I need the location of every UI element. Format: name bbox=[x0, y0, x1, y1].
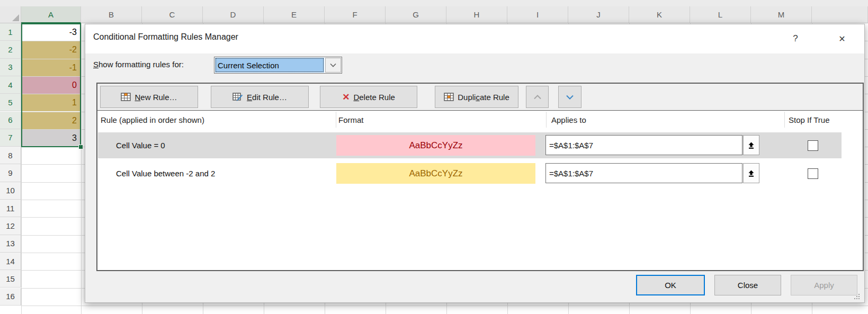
column-header-applies: Applies to bbox=[551, 111, 586, 129]
cell-A5[interactable]: 1 bbox=[22, 94, 80, 111]
column-header-stop: Stop If True bbox=[789, 111, 830, 129]
cell-A1[interactable]: -3 bbox=[22, 24, 80, 41]
column-header-I[interactable]: I bbox=[507, 6, 568, 23]
rule-name: Cell Value between -2 and 2 bbox=[116, 160, 215, 186]
ok-button[interactable]: OK bbox=[636, 275, 705, 295]
column-header-B[interactable]: B bbox=[81, 6, 142, 23]
header-divider bbox=[546, 112, 547, 128]
rule-name: Cell Value = 0 bbox=[116, 132, 165, 158]
column-header-H[interactable]: H bbox=[446, 6, 507, 23]
applies-to-input[interactable] bbox=[545, 163, 742, 183]
cell-A6[interactable]: 2 bbox=[22, 112, 80, 129]
dialog-title: Conditional Formatting Rules Manager bbox=[93, 32, 238, 42]
column-header-format: Format bbox=[338, 111, 364, 129]
column-header-J[interactable]: J bbox=[568, 6, 629, 23]
chevron-down-icon bbox=[566, 95, 574, 100]
column-header-C[interactable]: C bbox=[142, 6, 203, 23]
help-icon[interactable]: ? bbox=[786, 31, 804, 47]
row-header-5[interactable]: 5 bbox=[0, 94, 21, 111]
column-header-blank[interactable] bbox=[812, 6, 868, 23]
row-header-3[interactable]: 3 bbox=[0, 59, 21, 76]
row-header-15[interactable]: 15 bbox=[0, 270, 21, 288]
delete-x-icon: ✕ bbox=[342, 92, 350, 103]
table-icon bbox=[121, 93, 131, 101]
row-header-9[interactable]: 9 bbox=[0, 164, 21, 182]
applies-to-input[interactable] bbox=[545, 135, 742, 155]
chevron-up-icon bbox=[534, 95, 541, 100]
column-header-A[interactable]: A bbox=[21, 6, 81, 23]
row-header-11[interactable]: 11 bbox=[0, 200, 21, 217]
stop-if-true-checkbox[interactable] bbox=[808, 168, 818, 179]
column-header-D[interactable]: D bbox=[203, 6, 264, 23]
column-header-G[interactable]: G bbox=[386, 6, 446, 23]
row-header-6[interactable]: 6 bbox=[0, 112, 21, 129]
row-header-4[interactable]: 4 bbox=[0, 76, 21, 94]
delete-rule-button[interactable]: ✕ Delete Rule bbox=[320, 86, 417, 108]
row-header-16[interactable]: 16 bbox=[0, 288, 21, 306]
chevron-down-icon[interactable] bbox=[325, 58, 341, 73]
show-rules-dropdown[interactable]: Current Selection bbox=[214, 57, 342, 74]
format-preview: AaBbCcYyZz bbox=[336, 135, 535, 156]
row-header-8[interactable]: 8 bbox=[0, 147, 21, 164]
fill-handle[interactable] bbox=[78, 145, 83, 149]
show-rules-label: Show formatting rules for: bbox=[93, 60, 184, 69]
collapse-dialog-icon[interactable] bbox=[743, 135, 759, 155]
column-header-E[interactable]: E bbox=[264, 6, 325, 23]
row-header-14[interactable]: 14 bbox=[0, 253, 21, 270]
duplicate-rule-button[interactable]: Duplicate Rule bbox=[435, 86, 518, 108]
row-header-7[interactable]: 7 bbox=[0, 129, 21, 147]
rule-row-cell-value-0[interactable]: Cell Value = 0 AaBbCcYyZz bbox=[98, 132, 842, 158]
show-rules-dropdown-value: Current Selection bbox=[215, 58, 324, 73]
cell-A3[interactable]: -1 bbox=[22, 59, 80, 76]
edit-pencil-icon bbox=[232, 93, 243, 102]
column-header-K[interactable]: K bbox=[629, 6, 690, 23]
header-divider bbox=[336, 112, 336, 128]
conditional-formatting-rules-manager-dialog: Conditional Formatting Rules Manager ? ✕… bbox=[85, 24, 865, 303]
cell-A2[interactable]: -2 bbox=[22, 41, 80, 58]
cell-A7[interactable]: 3 bbox=[22, 130, 80, 147]
close-icon[interactable]: ✕ bbox=[833, 31, 851, 47]
new-rule-label: New Rule… bbox=[135, 93, 177, 102]
rules-frame: New Rule… Edit Rule… ✕ Delete Rule Dupli… bbox=[96, 83, 864, 271]
column-header-M[interactable]: M bbox=[751, 6, 812, 23]
row-header-10[interactable]: 10 bbox=[0, 182, 21, 200]
collapse-dialog-icon[interactable] bbox=[743, 163, 759, 183]
dialog-titlebar: Conditional Formatting Rules Manager ? ✕ bbox=[85, 24, 864, 53]
column-header-F[interactable]: F bbox=[325, 6, 386, 23]
apply-button[interactable]: Apply bbox=[791, 275, 857, 295]
cell-A4[interactable]: 0 bbox=[22, 77, 80, 94]
row-header-1[interactable]: 1 bbox=[0, 23, 21, 41]
header-divider bbox=[784, 112, 785, 128]
duplicate-rule-label: Duplicate Rule bbox=[458, 93, 509, 102]
row-header-13[interactable]: 13 bbox=[0, 235, 21, 253]
gridline bbox=[21, 306, 868, 306]
format-preview: AaBbCcYyZz bbox=[336, 163, 535, 184]
rules-list: Rule (applied in order shown) Format App… bbox=[97, 110, 863, 270]
new-rule-button[interactable]: New Rule… bbox=[100, 86, 198, 108]
row-header-12[interactable]: 12 bbox=[0, 217, 21, 235]
edit-rule-button[interactable]: Edit Rule… bbox=[211, 86, 309, 108]
move-rule-down-button[interactable] bbox=[558, 86, 581, 108]
resize-grip[interactable] bbox=[854, 293, 861, 300]
table-icon bbox=[444, 93, 454, 101]
select-all-corner[interactable] bbox=[0, 6, 21, 23]
close-button[interactable]: Close bbox=[714, 275, 781, 295]
stop-if-true-checkbox[interactable] bbox=[808, 140, 818, 151]
delete-rule-label: Delete Rule bbox=[353, 93, 395, 102]
row-header-2[interactable]: 2 bbox=[0, 41, 21, 58]
rule-row-cell-value-between[interactable]: Cell Value between -2 and 2 AaBbCcYyZz bbox=[98, 160, 842, 186]
edit-rule-label: Edit Rule… bbox=[247, 93, 287, 102]
move-rule-up-button[interactable] bbox=[526, 86, 549, 108]
column-header-rule: Rule (applied in order shown) bbox=[101, 111, 204, 129]
column-header-L[interactable]: L bbox=[690, 6, 751, 23]
